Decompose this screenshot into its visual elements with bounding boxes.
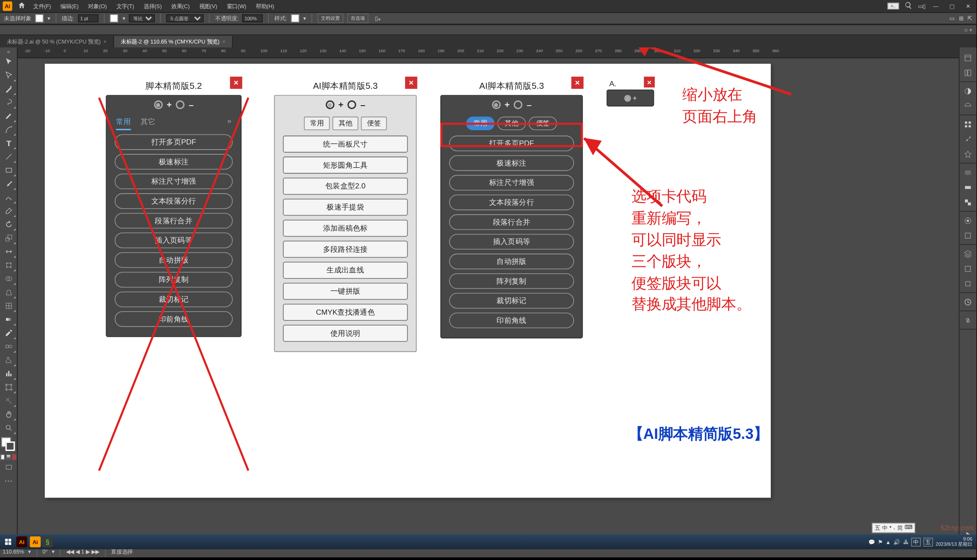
ime-toolbar[interactable]: 五中•,简⌨: [872, 523, 915, 533]
rotation-angle[interactable]: 0°: [42, 549, 47, 555]
shape-builder-tool[interactable]: [1, 272, 16, 285]
stroke-swatch[interactable]: [110, 14, 118, 22]
menu-file[interactable]: 文件(F): [31, 2, 53, 10]
close-icon[interactable]: ×: [104, 38, 107, 44]
script-button[interactable]: 打开多页PDF: [115, 134, 233, 150]
script-button[interactable]: 文本段落分行: [115, 193, 233, 209]
script-button[interactable]: 文本段落分行: [449, 194, 574, 210]
tab-notes[interactable]: 便签: [361, 117, 387, 130]
curvature-tool[interactable]: [1, 123, 16, 136]
script-button[interactable]: 段落行合并: [449, 214, 574, 230]
direct-selection-tool[interactable]: [1, 69, 16, 82]
taskbar-clock[interactable]: 9:06 2023/8/13 星期日: [936, 537, 972, 547]
fill-stroke-swatch[interactable]: [1, 438, 15, 451]
script-button[interactable]: 印前角线: [115, 311, 233, 327]
zoom-tool[interactable]: [1, 421, 16, 435]
zoom-level[interactable]: 110.65%: [3, 549, 24, 555]
tab-other[interactable]: 其他: [333, 117, 358, 130]
eyedropper-tool[interactable]: [1, 326, 16, 340]
script-button[interactable]: 裁切标记: [449, 293, 574, 309]
stroke-weight-input[interactable]: [78, 14, 98, 22]
tab-1[interactable]: 未标题-2 @ 110.65 % (CMYK/CPU 预览)×: [114, 36, 233, 47]
doc-setup-button[interactable]: 文档设置: [317, 13, 343, 23]
docked-script-mini[interactable]: A..: [887, 3, 899, 9]
script-button[interactable]: CMYK查找潘通色: [283, 304, 408, 321]
script-button[interactable]: 极速标注: [115, 154, 233, 169]
taskbar-app[interactable]: §: [42, 536, 53, 547]
lasso-tool[interactable]: [1, 96, 16, 109]
tray-up-icon[interactable]: ▲: [886, 539, 891, 545]
edit-toolbar[interactable]: ⋯: [1, 474, 16, 488]
stroke-panel-icon[interactable]: [961, 165, 976, 180]
swatches-panel-icon[interactable]: [961, 117, 976, 132]
taskbar-ai-1[interactable]: Ai: [16, 536, 27, 547]
minimize-button[interactable]: —: [930, 3, 941, 9]
align-icon[interactable]: ▯⁎: [375, 15, 380, 21]
scale-select[interactable]: 等比: [129, 14, 155, 22]
maximize-button[interactable]: ▢: [946, 3, 957, 9]
gradient-panel-icon[interactable]: [961, 180, 976, 195]
pen-tool[interactable]: [1, 109, 16, 122]
tab-other[interactable]: 其它: [141, 117, 156, 130]
menu-effect[interactable]: 效果(C): [169, 2, 192, 10]
shaper-tool[interactable]: [1, 191, 16, 204]
script-button[interactable]: 极速手提袋: [283, 199, 408, 216]
slice-tool[interactable]: [1, 394, 16, 407]
history-panel-icon[interactable]: [961, 294, 976, 310]
menu-select[interactable]: 选择(S): [141, 2, 163, 10]
symbol-sprayer-tool[interactable]: [1, 354, 16, 367]
script-button[interactable]: 裁切标记: [115, 291, 233, 307]
rectangle-tool[interactable]: [1, 163, 16, 177]
asset-export-panel-icon[interactable]: [961, 261, 976, 276]
close-icon[interactable]: ×: [644, 77, 655, 88]
tray-flag-icon[interactable]: ⚑: [878, 539, 883, 545]
tray-messages-icon[interactable]: 💬: [868, 539, 875, 545]
tray-ime-wu[interactable]: 五: [924, 538, 933, 546]
color-guide-panel-icon[interactable]: [961, 98, 976, 113]
script-button[interactable]: 自动拼版: [115, 252, 233, 268]
selection-tool[interactable]: [1, 55, 16, 68]
taskbar-ai-2[interactable]: Ai: [30, 536, 41, 547]
symbols-panel-icon[interactable]: [961, 147, 976, 162]
script-button[interactable]: 自动拼版: [449, 253, 574, 269]
script-button[interactable]: 生成出血线: [283, 262, 408, 278]
brushes-panel-icon[interactable]: [961, 131, 976, 147]
properties-panel-icon[interactable]: [961, 50, 976, 65]
home-icon[interactable]: [18, 1, 26, 11]
tray-ime-zh[interactable]: 中: [911, 538, 920, 546]
tray-network-icon[interactable]: 🖧: [903, 539, 909, 545]
script-button[interactable]: 阵列复制: [115, 272, 233, 288]
script-button[interactable]: 添加画稿色标: [283, 220, 408, 237]
artboards-panel-icon[interactable]: [961, 276, 976, 291]
script-button[interactable]: 统一画板尺寸: [283, 136, 408, 153]
style-swatch[interactable]: [291, 14, 299, 22]
tab-0[interactable]: 未标题-2.ai @ 50 % (CMYK/CPU 预览)×: [0, 36, 114, 47]
perspective-tool[interactable]: [1, 285, 16, 299]
layers-panel-icon[interactable]: [961, 246, 976, 261]
tray-volume-icon[interactable]: 🔊: [893, 539, 900, 545]
close-icon[interactable]: ×: [571, 77, 583, 89]
script-button[interactable]: 段落行合并: [115, 213, 233, 228]
line-tool[interactable]: [1, 150, 16, 163]
gradient-tool[interactable]: [1, 313, 16, 326]
scale-tool[interactable]: [1, 231, 16, 244]
free-transform-tool[interactable]: [1, 258, 16, 272]
chevron-right-icon[interactable]: »: [227, 117, 232, 130]
script-button[interactable]: 一键拼版: [283, 283, 408, 300]
screen-mode[interactable]: [1, 460, 16, 474]
script-button[interactable]: 包装盒型2.0: [283, 178, 408, 194]
menu-edit[interactable]: 编辑(E): [59, 2, 81, 10]
expand-icon[interactable]: ⇱: [968, 15, 972, 21]
close-icon[interactable]: ×: [405, 77, 417, 89]
brush-select[interactable]: 5 点圆形: [166, 14, 204, 22]
script-button[interactable]: 插入页码等: [115, 233, 233, 248]
column-graph-tool[interactable]: [1, 367, 16, 380]
mesh-tool[interactable]: [1, 299, 16, 313]
script-button[interactable]: 阵列复制: [449, 273, 574, 289]
tab-common[interactable]: 常用: [116, 117, 131, 130]
close-icon[interactable]: ×: [230, 77, 242, 89]
menu-view[interactable]: 视图(V): [197, 2, 219, 10]
rotate-tool[interactable]: [1, 218, 16, 231]
script-button[interactable]: 标注尺寸增强: [115, 174, 233, 189]
opacity-input[interactable]: [242, 14, 263, 22]
